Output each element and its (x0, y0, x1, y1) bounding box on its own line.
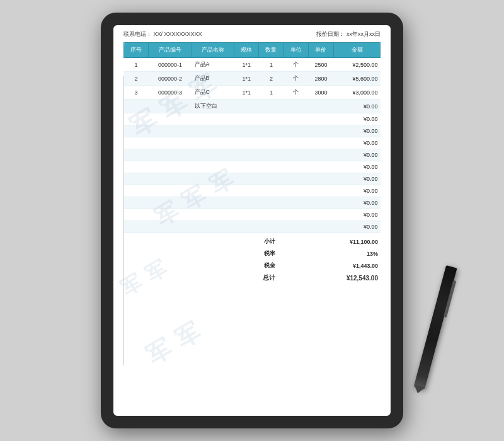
cell-unit: 个 (284, 58, 308, 72)
table-row: 2 000000-2 产品B 1*1 2 个 2800 ¥5,600.00 (124, 72, 381, 86)
summary-table: 小计 ¥11,100.00 税率 13% 税金 ¥1,443.00 总计 ¥12… (123, 236, 381, 284)
subtotal-row: 小计 ¥11,100.00 (123, 236, 381, 248)
table-row: 3 000000-3 产品C 1*1 1 个 3000 ¥3,000.00 (124, 86, 381, 100)
phone-value: XX/ XXXXXXXXXX (154, 31, 202, 37)
cell-spec: 1*1 (234, 58, 259, 72)
pen (413, 265, 457, 390)
cell-amount: ¥2,500.00 (334, 58, 381, 72)
empty-amount: ¥0.00 (334, 125, 381, 137)
empty-row: ¥0.00 (124, 221, 381, 233)
cell-spec: 1*1 (234, 86, 259, 100)
phone-info: 联系电话： XX/ XXXXXXXXXX (123, 30, 202, 38)
empty-amount: ¥0.00 (334, 221, 381, 233)
tax-value: ¥1,443.00 (278, 260, 381, 272)
cell-name: 产品A (192, 58, 234, 72)
empty-amount: ¥0.00 (334, 137, 381, 149)
cell-unit: 个 (284, 86, 308, 100)
cell-code: 000000-2 (149, 72, 192, 86)
cell-name: 产品B (192, 72, 234, 86)
cell-spec: 1*1 (234, 72, 259, 86)
subtotal-value: ¥11,100.00 (278, 236, 381, 248)
side-line (123, 76, 124, 365)
cell-seq: 3 (124, 86, 149, 100)
tablet-screen: 军 军 军 军 军 军 军 军 军 军 联系电话： XX/ XXXXXXXXXX… (113, 25, 391, 416)
cell-price: 2500 (308, 58, 334, 72)
empty-row: ¥0.00 (124, 173, 381, 185)
empty-amount: ¥0.00 (334, 161, 381, 173)
cell-qty: 2 (259, 72, 284, 86)
tax-row: 税金 ¥1,443.00 (123, 260, 381, 272)
table-container: 序号 产品编号 产品名称 规格 数量 单位 单价 金额 1 000000-1 (113, 42, 391, 233)
doc-header: 联系电话： XX/ XXXXXXXXXX 报价日期： xx年xx月xx日 (113, 25, 391, 42)
empty-amount: ¥0.00 (334, 209, 381, 221)
cell-price: 3000 (308, 86, 334, 100)
tax-rate-row: 税率 13% (123, 248, 381, 260)
empty-amount: ¥0.00 (334, 173, 381, 185)
cell-name: 产品C (192, 86, 234, 100)
empty-row: ¥0.00 (124, 185, 381, 197)
cell-code: 000000-3 (149, 86, 192, 100)
tablet-device: 军 军 军 军 军 军 军 军 军 军 联系电话： XX/ XXXXXXXXXX… (101, 13, 403, 428)
empty-amount-0: ¥0.00 (334, 100, 381, 113)
document: 军 军 军 军 军 军 军 军 军 军 联系电话： XX/ XXXXXXXXXX… (113, 25, 391, 416)
empty-row: ¥0.00 (124, 161, 381, 173)
cell-qty: 1 (259, 86, 284, 100)
col-code: 产品编号 (149, 43, 192, 58)
empty-row: ¥0.00 (124, 197, 381, 209)
col-amount: 金额 (334, 43, 381, 58)
empty-amount: ¥0.00 (334, 185, 381, 197)
product-table: 序号 产品编号 产品名称 规格 数量 单位 单价 金额 1 000000-1 (123, 42, 381, 233)
pen-clip (444, 280, 456, 318)
phone-label: 联系电话： (123, 31, 152, 37)
empty-row: ¥0.00 (124, 209, 381, 221)
empty-label-row: 以下空白 ¥0.00 (124, 100, 381, 113)
table-header-row: 序号 产品编号 产品名称 规格 数量 单位 单价 金额 (124, 43, 381, 58)
date-info: 报价日期： xx年xx月xx日 (316, 30, 381, 38)
cell-price: 2800 (308, 72, 334, 86)
total-value: ¥12,543.00 (278, 272, 381, 284)
col-price: 单价 (308, 43, 334, 58)
cell-seq: 1 (124, 58, 149, 72)
cell-seq: 2 (124, 72, 149, 86)
tax-label: 税金 (123, 260, 278, 272)
cell-qty: 1 (259, 58, 284, 72)
tax-rate-label: 税率 (123, 248, 278, 260)
empty-label: 以下空白 (192, 100, 234, 113)
empty-row: ¥0.00 (124, 113, 381, 125)
tax-rate-value: 13% (278, 248, 381, 260)
subtotal-label: 小计 (123, 236, 278, 248)
empty-amount: ¥0.00 (334, 113, 381, 125)
empty-row: ¥0.00 (124, 125, 381, 137)
col-qty: 数量 (259, 43, 284, 58)
summary-section: 小计 ¥11,100.00 税率 13% 税金 ¥1,443.00 总计 ¥12… (113, 233, 391, 289)
col-unit: 单位 (284, 43, 308, 58)
col-spec: 规格 (234, 43, 259, 58)
col-name: 产品名称 (192, 43, 234, 58)
col-seq: 序号 (124, 43, 149, 58)
empty-row: ¥0.00 (124, 137, 381, 149)
total-label: 总计 (123, 272, 278, 284)
cell-unit: 个 (284, 72, 308, 86)
empty-row: ¥0.00 (124, 149, 381, 161)
table-row: 1 000000-1 产品A 1*1 1 个 2500 ¥2,500.00 (124, 58, 381, 72)
date-value: xx年xx月xx日 (346, 31, 381, 37)
cell-amount: ¥5,600.00 (334, 72, 381, 86)
cell-code: 000000-1 (149, 58, 192, 72)
date-label: 报价日期： (316, 31, 345, 37)
cell-amount: ¥3,000.00 (334, 86, 381, 100)
empty-amount: ¥0.00 (334, 149, 381, 161)
total-row: 总计 ¥12,543.00 (123, 272, 381, 284)
empty-amount: ¥0.00 (334, 197, 381, 209)
